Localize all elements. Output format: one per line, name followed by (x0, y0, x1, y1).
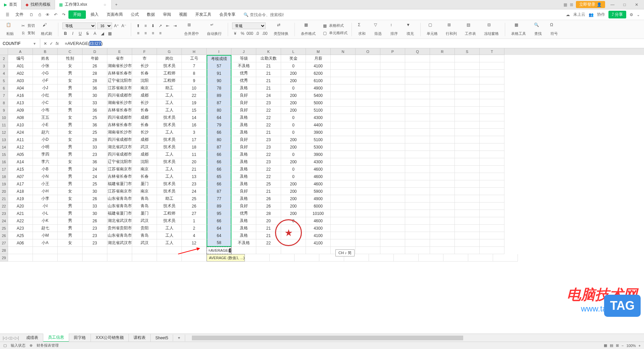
cell[interactable]: 36 (83, 158, 107, 166)
cell[interactable]: 22 (256, 151, 281, 158)
cell[interactable] (331, 136, 356, 143)
cell[interactable]: 姓名 (33, 55, 58, 62)
row-header-24[interactable]: 24 (0, 217, 8, 225)
cell[interactable]: 南京 (132, 166, 157, 173)
border-icon[interactable]: ▦ (107, 31, 113, 37)
cell[interactable]: 优秀 (231, 70, 256, 77)
cell[interactable] (331, 195, 356, 202)
cell[interactable]: 23 (83, 225, 107, 232)
cell[interactable] (132, 247, 157, 254)
cell[interactable]: 87 (207, 99, 231, 107)
apps-icon[interactable]: ⊞ (570, 2, 573, 7)
cell[interactable] (405, 114, 430, 121)
cell[interactable]: 5100 (306, 107, 331, 114)
cell[interactable] (493, 254, 518, 261)
cell[interactable] (405, 195, 430, 202)
start-tab[interactable]: 开始 (68, 10, 86, 19)
cell[interactable] (455, 77, 480, 84)
next-sheet-icon[interactable]: ▷ (11, 336, 14, 340)
cell[interactable] (380, 84, 405, 92)
row-header-9[interactable]: 9 (0, 107, 8, 114)
cell[interactable] (331, 99, 356, 107)
cell[interactable]: 24 (83, 173, 107, 180)
last-sheet-icon[interactable]: ▷| (15, 336, 19, 340)
cell[interactable] (480, 188, 504, 195)
cell[interactable]: 沈阳 (132, 77, 157, 84)
cell[interactable] (480, 180, 504, 188)
cell[interactable] (405, 70, 430, 77)
cell[interactable]: 男 (58, 225, 83, 232)
cell[interactable]: 沈阳 (132, 158, 157, 166)
cell[interactable] (132, 254, 157, 261)
cell[interactable]: 青岛 (132, 232, 157, 239)
symbol-button[interactable]: Ω符号 (548, 22, 560, 36)
cell[interactable] (455, 173, 480, 180)
cell[interactable] (480, 232, 504, 239)
cell[interactable] (356, 136, 380, 143)
row-header-7[interactable]: 7 (0, 92, 8, 99)
preview-icon[interactable]: 👁 (44, 11, 51, 18)
collapse-icon[interactable]: ⌄ (637, 12, 640, 17)
cell[interactable]: 23 (182, 180, 207, 188)
row-header-10[interactable]: 10 (0, 114, 8, 121)
cell[interactable] (430, 232, 455, 239)
cell[interactable]: A06 (8, 239, 33, 247)
cell[interactable]: 28 (83, 77, 107, 84)
cell[interactable]: 66 (207, 129, 231, 136)
cell[interactable] (455, 136, 480, 143)
cell[interactable]: 良好 (231, 188, 256, 195)
cell[interactable]: 出勤天数 (256, 55, 281, 62)
align-right-icon[interactable]: ≡ (150, 30, 156, 36)
cell[interactable] (331, 217, 356, 225)
cell[interactable] (430, 217, 455, 225)
cell[interactable]: 66 (207, 158, 231, 166)
cell[interactable]: A20 (8, 202, 33, 210)
template-tab[interactable]: ◆ 找稻壳模板 (21, 0, 55, 9)
cell[interactable]: 13 (182, 173, 207, 180)
cell[interactable] (331, 173, 356, 180)
cell[interactable]: 及格 (231, 217, 256, 225)
cell[interactable] (480, 210, 504, 217)
cell[interactable]: 赵六 (33, 129, 58, 136)
cell[interactable]: 36 (83, 107, 107, 114)
cell[interactable] (443, 254, 468, 261)
add-tab-button[interactable]: + (112, 2, 121, 7)
cell[interactable] (405, 239, 430, 247)
cell[interactable] (356, 114, 380, 121)
cell[interactable]: 66 (207, 151, 231, 158)
row-header-21[interactable]: 21 (0, 195, 8, 202)
maximize-button[interactable]: □ (620, 0, 629, 9)
cell[interactable]: 200 (281, 195, 306, 202)
cell[interactable] (380, 129, 405, 136)
cell[interactable] (356, 143, 380, 151)
cell[interactable] (455, 143, 480, 151)
cell[interactable]: 湖北省武汉市 (107, 217, 132, 225)
cell[interactable] (455, 84, 480, 92)
cell[interactable]: 36 (83, 121, 107, 129)
cell[interactable]: 18 (182, 143, 207, 151)
cell[interactable]: 200 (281, 143, 306, 151)
cell[interactable]: 长春 (132, 173, 157, 180)
cell[interactable]: 小红 (33, 92, 58, 99)
cell[interactable]: 良好 (231, 202, 256, 210)
align-center-icon[interactable]: ≡ (143, 30, 149, 36)
cell[interactable]: 23 (256, 158, 281, 166)
cell[interactable]: 李四 (33, 151, 58, 158)
cell[interactable]: 23 (83, 239, 107, 247)
cell[interactable]: 福建省厦门市 (107, 180, 132, 188)
dev-tab[interactable]: 开发工具 (192, 10, 215, 19)
data-tab[interactable]: 数据 (144, 10, 158, 19)
cell[interactable]: 江苏省南京市 (107, 166, 132, 173)
cell[interactable] (356, 195, 380, 202)
cell[interactable]: 男 (58, 202, 83, 210)
cell[interactable]: 四川省成都市 (107, 151, 132, 158)
cell[interactable]: 优秀 (231, 210, 256, 217)
cell[interactable]: 80 (207, 107, 231, 114)
cell[interactable]: 及格 (231, 151, 256, 158)
strike-icon[interactable]: S̶ (85, 31, 91, 37)
cell[interactable]: 23 (256, 99, 281, 107)
cell[interactable]: 南京 (132, 188, 157, 195)
align-mid-icon[interactable]: ≡ (143, 23, 149, 29)
cell[interactable] (33, 254, 58, 261)
close-icon[interactable]: ○ (103, 2, 107, 7)
